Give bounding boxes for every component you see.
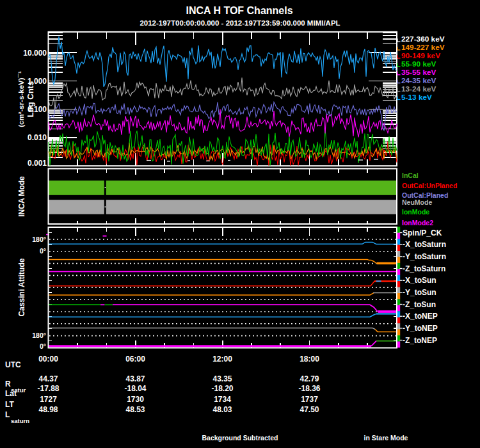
svg-text:NeuMode: NeuMode — [402, 198, 432, 206]
svg-text:0°: 0° — [40, 247, 46, 255]
svg-text:-Z_toSun: -Z_toSun — [403, 300, 436, 309]
svg-text:44.37: 44.37 — [38, 374, 58, 383]
svg-text:-X_toSun: -X_toSun — [403, 276, 436, 285]
svg-text:00:00: 00:00 — [38, 355, 58, 364]
svg-text:IonMode: IonMode — [402, 208, 429, 216]
svg-text:-Z_toNEP: -Z_toNEP — [403, 336, 437, 345]
svg-text:saturn: saturn — [11, 417, 29, 424]
svg-text:0.010: 0.010 — [28, 133, 47, 142]
svg-text:-Y_toSun: -Y_toSun — [403, 288, 436, 297]
svg-text:Log Cnts: Log Cnts — [26, 81, 35, 117]
svg-text:UTC: UTC — [5, 360, 21, 369]
svg-text:IonMode2: IonMode2 — [402, 219, 433, 227]
svg-text:InCal: InCal — [402, 172, 419, 179]
svg-text:48.98: 48.98 — [38, 405, 58, 414]
svg-text:-Y_toSaturn: -Y_toSaturn — [403, 252, 446, 261]
svg-text:LT: LT — [5, 400, 14, 409]
svg-text:24-35 keV: 24-35 keV — [401, 76, 436, 85]
svg-text:06:00: 06:00 — [125, 355, 145, 364]
svg-text:INCA H TOF Channels: INCA H TOF Channels — [186, 5, 292, 16]
svg-text:0°: 0° — [40, 342, 46, 350]
svg-text:13-24 keV: 13-24 keV — [401, 84, 436, 93]
svg-text:-18.20: -18.20 — [211, 384, 233, 393]
svg-text:(cm²-sr-s-keV)¯¹: (cm²-sr-s-keV)¯¹ — [17, 71, 25, 127]
svg-text:43.35: 43.35 — [212, 374, 232, 383]
svg-text:Spin/P_CK: Spin/P_CK — [403, 228, 442, 237]
svg-text:47.50: 47.50 — [300, 405, 319, 414]
svg-text:48.03: 48.03 — [212, 405, 232, 414]
svg-text:180°: 180° — [32, 236, 46, 243]
svg-text:OutCal:UnPlaned: OutCal:UnPlaned — [402, 182, 457, 189]
svg-text:-18.36: -18.36 — [298, 384, 320, 393]
svg-text:-17.88: -17.88 — [37, 384, 59, 393]
svg-text:-X_toNEP: -X_toNEP — [403, 312, 438, 321]
svg-text:1727: 1727 — [40, 395, 57, 404]
svg-text:in Stare Mode: in Stare Mode — [364, 434, 408, 442]
svg-text:5-13 keV: 5-13 keV — [401, 93, 432, 102]
svg-text:OutCal:Planed: OutCal:Planed — [402, 191, 448, 199]
svg-text:Cassini Attitude: Cassini Attitude — [17, 258, 26, 316]
svg-text:0.001: 0.001 — [28, 159, 47, 168]
svg-text:-X_toSaturn: -X_toSaturn — [403, 240, 446, 249]
svg-text:R: R — [5, 380, 11, 388]
svg-text:-Z_toSaturn: -Z_toSaturn — [403, 264, 445, 273]
svg-text:1730: 1730 — [127, 395, 144, 404]
svg-text:35-55 keV: 35-55 keV — [401, 68, 436, 77]
svg-text:149-227 keV: 149-227 keV — [401, 43, 445, 52]
svg-text:Background Subtracted: Background Subtracted — [202, 434, 278, 442]
svg-text:18:00: 18:00 — [300, 355, 319, 364]
svg-text:55-90 keV: 55-90 keV — [401, 60, 436, 68]
svg-text:227-360 keV: 227-360 keV — [401, 35, 445, 44]
svg-text:180°: 180° — [32, 332, 46, 339]
svg-text:L: L — [5, 410, 10, 419]
svg-text:INCA Mode: INCA Mode — [17, 176, 26, 217]
svg-text:1737: 1737 — [301, 395, 318, 404]
svg-text:90-149 keV: 90-149 keV — [401, 51, 440, 60]
svg-text:-Y_toNEP: -Y_toNEP — [403, 324, 438, 333]
svg-text:Lat: Lat — [5, 389, 17, 398]
svg-text:43.87: 43.87 — [125, 374, 145, 383]
svg-text:48.53: 48.53 — [125, 405, 145, 414]
svg-text:12:00: 12:00 — [212, 355, 232, 364]
svg-text:1734: 1734 — [214, 395, 231, 404]
svg-text:2012-197T00:00:00.000 - 2012-1: 2012-197T00:00:00.000 - 2012-197T23:59:0… — [140, 19, 340, 27]
svg-text:42.79: 42.79 — [300, 374, 319, 383]
svg-text:10.000: 10.000 — [23, 49, 47, 58]
svg-text:-18.04: -18.04 — [124, 384, 146, 393]
